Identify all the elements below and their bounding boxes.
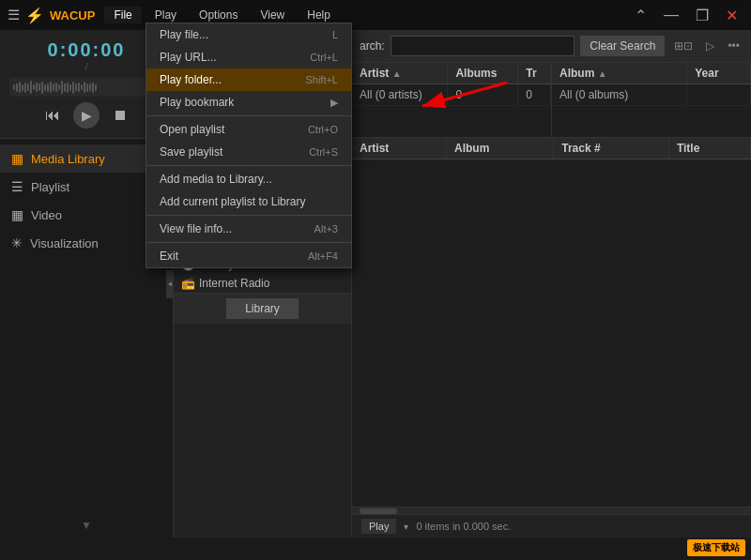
artist-col-header[interactable]: Artist ▲ <box>352 63 448 84</box>
menu-separator-3 <box>146 215 351 216</box>
collapse-button[interactable]: ▼ <box>0 513 173 537</box>
stop-button[interactable]: ⏹ <box>109 105 131 126</box>
menu-file[interactable]: File <box>104 7 141 23</box>
horizontal-scrollbar[interactable] <box>352 507 751 514</box>
watermark: 极速下载站 <box>687 539 745 556</box>
menu-play-file[interactable]: Play file... L <box>146 23 351 46</box>
clear-search-button[interactable]: Clear Search <box>580 36 665 56</box>
top-tables: Artist ▲ Albums Tr All (0 artists) 0 0 <box>352 63 751 138</box>
time-slash: / <box>9 61 163 72</box>
file-menu: Play file... L Play URL... Ctrl+L Play f… <box>146 23 352 268</box>
panel-collapse-handle[interactable]: ◂ <box>168 280 172 288</box>
menu-options[interactable]: Options <box>190 7 247 23</box>
bottom-artist-col[interactable]: Artist <box>352 138 447 159</box>
app-title: WACUP <box>50 8 95 23</box>
prev-button[interactable]: ⏮ <box>41 105 64 126</box>
album-cell: All (0 albums) <box>552 84 687 106</box>
visualization-icon: ✳ <box>11 235 23 250</box>
play-status-button[interactable]: Play <box>361 519 396 534</box>
bottom-title-col[interactable]: Title <box>668 138 750 159</box>
menu-help[interactable]: Help <box>298 7 340 23</box>
year-col-header[interactable]: Year <box>687 63 751 84</box>
albums-col-header[interactable]: Albums <box>448 63 518 84</box>
eq-icon[interactable]: ⊞⊡ <box>670 39 697 53</box>
year-cell <box>687 84 751 106</box>
video-icon: ▦ <box>11 207 23 222</box>
tr-cell: 0 <box>518 84 551 106</box>
hamburger-icon[interactable]: ☰ <box>8 7 20 23</box>
player-controls: ⏮ ▶ ⏹ <box>9 102 163 129</box>
menu-play[interactable]: Play <box>146 7 186 23</box>
menu-add-current-playlist[interactable]: Add current playlist to Library <box>146 190 351 213</box>
status-text: 0 items in 0.000 sec. <box>416 521 511 532</box>
bottom-table: Artist Album Track # Title <box>352 138 751 507</box>
artist-cell: All (0 artists) <box>352 84 448 106</box>
time-display: 0:00:00 <box>9 39 163 61</box>
minimize-button[interactable]: — <box>658 7 684 23</box>
menu-play-url[interactable]: Play URL... Ctrl+L <box>146 46 351 68</box>
maximize-button[interactable]: ❐ <box>690 7 714 24</box>
bottom-album-col[interactable]: Album <box>447 138 554 159</box>
search-bar: arch: Clear Search ⊞⊡ ▷ ••• <box>352 30 751 63</box>
title-bar: ☰ ⚡ WACUP File Play Options View Help ⌃ … <box>0 0 751 30</box>
menu-open-playlist[interactable]: Open playlist Ctrl+O <box>146 118 351 141</box>
right-panels: arch: Clear Search ⊞⊡ ▷ ••• Artist ▲ <box>352 30 751 537</box>
close-button[interactable]: ✕ <box>720 7 743 24</box>
artist-table: Artist ▲ Albums Tr All (0 artists) 0 0 <box>352 63 552 137</box>
menu-save-playlist[interactable]: Save playlist Ctrl+S <box>146 141 351 163</box>
menu-separator-2 <box>146 165 351 166</box>
status-bar: Play ▾ 0 items in 0.000 sec. <box>352 514 751 537</box>
play-pause-button[interactable]: ▶ <box>73 102 100 129</box>
tree-item-internet-radio[interactable]: 📻 Internet Radio <box>174 274 351 293</box>
media-library-icon: ▦ <box>11 151 23 166</box>
artist-row: All (0 artists) 0 0 <box>352 84 551 106</box>
playlist-icon: ☰ <box>11 179 23 194</box>
album-row: All (0 albums) <box>552 84 751 106</box>
chevron-up-icon[interactable]: ⌃ <box>629 7 652 24</box>
search-label: arch: <box>360 39 385 53</box>
menu-separator-1 <box>146 115 351 116</box>
library-button[interactable]: Library <box>226 298 299 319</box>
search-input[interactable] <box>391 36 575 56</box>
waveform-bars <box>9 78 163 97</box>
album-table: Album ▲ Year All (0 albums) <box>552 63 751 137</box>
menu-exit[interactable]: Exit Alt+F4 <box>146 245 351 267</box>
menu-add-media[interactable]: Add media to Library... <box>146 168 351 190</box>
app-logo: ⚡ <box>25 7 44 24</box>
waveform <box>9 78 163 97</box>
main-layout: 0:00:00 / <box>0 30 751 537</box>
albums-cell: 0 <box>448 84 518 106</box>
menu-view[interactable]: View <box>251 7 294 23</box>
album-col-header[interactable]: Album ▲ <box>552 63 687 84</box>
menu-separator-4 <box>146 242 351 243</box>
status-dropdown-arrow[interactable]: ▾ <box>404 522 408 532</box>
menu-play-folder[interactable]: Play folder... Shift+L <box>146 68 351 91</box>
menu-view-file-info[interactable]: View file info... Alt+3 <box>146 218 351 240</box>
bottom-track-col[interactable]: Track # <box>554 138 669 159</box>
more-options-icon[interactable]: ••• <box>724 39 743 53</box>
menu-play-bookmark[interactable]: Play bookmark ▶ <box>146 91 351 114</box>
internet-radio-icon: 📻 <box>181 277 195 290</box>
tr-col-header[interactable]: Tr <box>518 63 551 84</box>
arrow-right-icon[interactable]: ▷ <box>702 39 718 53</box>
scrollbar-thumb[interactable] <box>360 508 397 514</box>
